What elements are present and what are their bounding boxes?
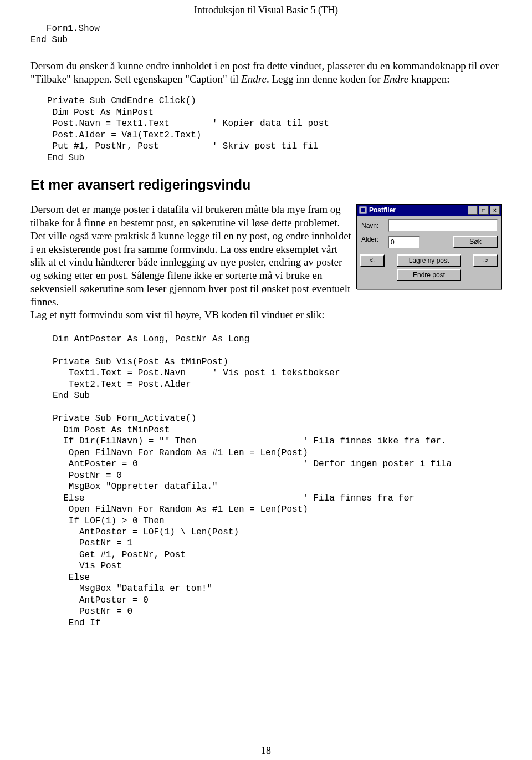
postfiler-window: Postfiler _ □ × Navn: Alder: 0 Søk <- <box>356 204 502 289</box>
close-button[interactable]: × <box>490 206 500 215</box>
para1-tail: knappen: <box>408 73 449 85</box>
code-block-bottom: Dim AntPoster As Long, PostNr As Long Pr… <box>53 334 502 629</box>
prev-button[interactable]: <- <box>360 254 385 267</box>
sok-button[interactable]: Søk <box>453 236 498 248</box>
navn-input[interactable] <box>388 219 498 232</box>
endre-post-button[interactable]: Endre post <box>397 269 461 281</box>
next-button[interactable]: -> <box>473 254 498 267</box>
page-number: 18 <box>0 745 532 757</box>
window-title: Postfiler <box>369 206 467 214</box>
code-block-top: Form1.Show End Sub <box>30 23 502 46</box>
close-icon: × <box>493 207 497 213</box>
page-header: Introduksjon til Visual Basic 5 (TH) <box>30 4 502 16</box>
label-navn: Navn: <box>360 222 388 229</box>
para1-mid: . Legg inn denne koden for <box>267 73 383 85</box>
label-alder: Alder: <box>360 236 388 243</box>
alder-input[interactable]: 0 <box>388 236 420 249</box>
code-block-mid: Private Sub CmdEndre_Click() Dim Post As… <box>47 95 502 164</box>
svg-rect-1 <box>361 208 365 212</box>
minimize-icon: _ <box>471 207 474 213</box>
heading-advanced-window: Et mer avansert redigeringsvindu <box>30 177 502 193</box>
lagre-ny-post-button[interactable]: Lagre ny post <box>397 254 461 267</box>
titlebar[interactable]: Postfiler _ □ × <box>357 205 501 216</box>
paragraph-2: Dersom det er mange poster i datafila vi… <box>30 203 352 308</box>
maximize-icon: □ <box>482 207 485 213</box>
alder-value: 0 <box>391 238 395 246</box>
maximize-button[interactable]: □ <box>479 206 489 215</box>
para1-italic-1: Endre <box>241 73 267 85</box>
para1-italic-2: Endre <box>383 73 408 85</box>
app-icon <box>359 206 367 214</box>
paragraph-1: Dersom du ønsker å kunne endre innholdet… <box>30 59 502 86</box>
minimize-button[interactable]: _ <box>468 206 478 215</box>
paragraph-2b: Lag et nytt formvindu som vist til høyre… <box>30 308 352 322</box>
